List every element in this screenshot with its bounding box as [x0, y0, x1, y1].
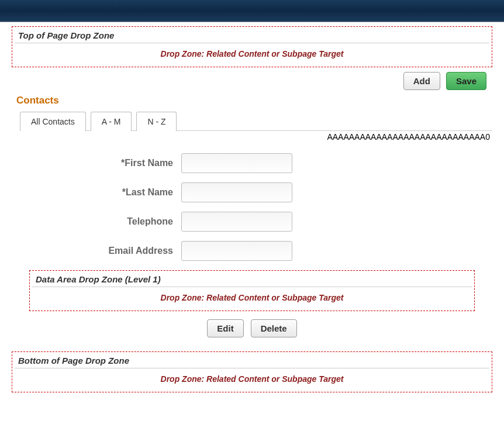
- first-name-field[interactable]: [181, 153, 292, 173]
- drop-zone-data-title: Data Area Drop Zone (Level 1): [30, 271, 474, 287]
- drop-zone-bottom-title: Bottom of Page Drop Zone: [12, 352, 492, 368]
- tabs: All Contacts A - M N - Z: [20, 111, 492, 131]
- drop-zone-data-area[interactable]: Data Area Drop Zone (Level 1) Drop Zone:…: [29, 270, 475, 311]
- section-title: Contacts: [16, 95, 492, 106]
- add-button[interactable]: Add: [403, 72, 440, 90]
- tab-all-contacts[interactable]: All Contacts: [20, 112, 86, 131]
- drop-zone-top-title: Top of Page Drop Zone: [12, 27, 492, 43]
- page-banner: [0, 0, 504, 22]
- toolbar: Add Save: [12, 72, 486, 90]
- edit-button[interactable]: Edit: [207, 319, 243, 337]
- email-field[interactable]: [181, 241, 292, 261]
- drop-zone-top-body: Drop Zone: Related Content or Subpage Ta…: [12, 43, 492, 67]
- drop-zone-top[interactable]: Top of Page Drop Zone Drop Zone: Related…: [12, 26, 492, 67]
- email-label: Email Address: [12, 246, 181, 256]
- tab-a-m[interactable]: A - M: [91, 112, 132, 131]
- scroll-label: AAAAAAAAAAAAAAAAAAAAAAAAAAAAA0: [12, 132, 490, 142]
- telephone-label: Telephone: [12, 216, 181, 227]
- telephone-field[interactable]: [181, 212, 292, 232]
- drop-zone-data-body: Drop Zone: Related Content or Subpage Ta…: [30, 287, 474, 311]
- tab-n-z[interactable]: N - Z: [136, 112, 177, 131]
- delete-button[interactable]: Delete: [251, 319, 297, 337]
- last-name-field[interactable]: [181, 182, 292, 202]
- first-name-label: *First Name: [12, 158, 181, 168]
- row-actions: Edit Delete: [12, 319, 492, 337]
- save-button[interactable]: Save: [446, 72, 486, 90]
- drop-zone-bottom[interactable]: Bottom of Page Drop Zone Drop Zone: Rela…: [12, 351, 492, 392]
- last-name-label: *Last Name: [12, 187, 181, 198]
- drop-zone-bottom-body: Drop Zone: Related Content or Subpage Ta…: [12, 368, 492, 392]
- contact-form: *First Name *Last Name Telephone Email A…: [12, 153, 492, 261]
